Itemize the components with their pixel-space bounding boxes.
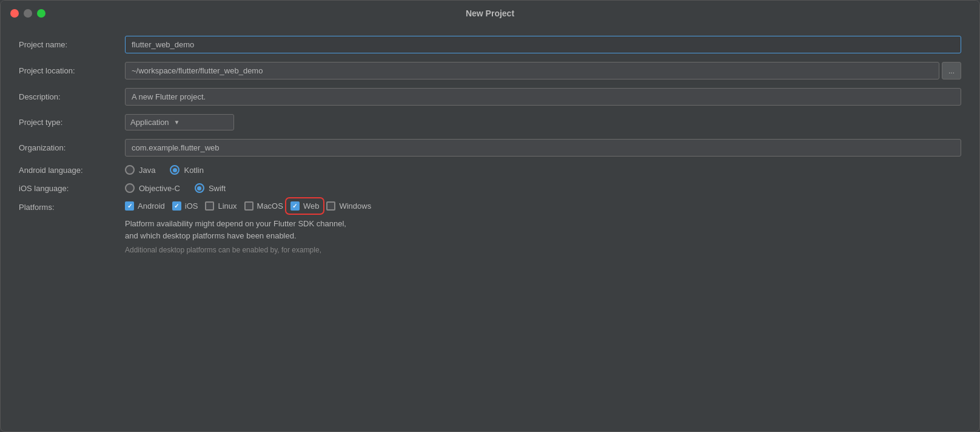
project-location-label: Project location: (19, 66, 125, 75)
android-kotlin-label: Kotlin (184, 166, 204, 175)
platforms-content: Android iOS Linux MacOS (125, 201, 961, 254)
ios-objc-radio[interactable] (125, 183, 135, 193)
description-row: Description: (19, 88, 961, 106)
platforms-label: Platforms: (19, 201, 125, 212)
organization-row: Organization: (19, 139, 961, 157)
platform-windows-label: Windows (339, 201, 371, 211)
project-name-row: Project name: (19, 36, 961, 53)
platform-android-checkbox[interactable] (125, 201, 134, 211)
platform-linux-checkbox[interactable] (205, 201, 214, 211)
platform-macos-checkbox[interactable] (244, 201, 253, 211)
organization-label: Organization: (19, 143, 125, 152)
platform-windows-checkbox[interactable] (326, 201, 335, 211)
ios-language-group: Objective-C Swift (125, 183, 226, 193)
project-name-label: Project name: (19, 40, 125, 49)
dialog-title: New Project (466, 8, 514, 18)
platform-ios-label: iOS (185, 201, 198, 211)
android-java-radio[interactable] (125, 165, 135, 175)
android-language-group: Java Kotlin (125, 165, 204, 175)
organization-input[interactable] (125, 139, 961, 157)
project-type-label: Project type: (19, 118, 125, 127)
maximize-button[interactable] (37, 9, 45, 18)
traffic-lights (10, 9, 45, 18)
platform-linux-option[interactable]: Linux (205, 201, 237, 211)
project-name-input[interactable] (125, 36, 961, 53)
android-language-row: Android language: Java Kotlin (19, 165, 961, 175)
chevron-down-icon: ▼ (174, 119, 180, 126)
platform-web-checkbox[interactable] (290, 201, 300, 211)
ios-swift-option[interactable]: Swift (195, 183, 226, 193)
platform-macos-option[interactable]: MacOS (244, 201, 283, 211)
platform-ios-option[interactable]: iOS (172, 201, 198, 211)
project-type-select[interactable]: Application ▼ (125, 114, 234, 130)
android-java-label: Java (139, 166, 155, 175)
ios-language-label: iOS language: (19, 184, 125, 193)
hint-additional: Additional desktop platforms can be enab… (125, 246, 961, 254)
platform-macos-label: MacOS (257, 201, 283, 211)
platform-web-label: Web (303, 201, 320, 211)
ios-swift-radio[interactable] (195, 183, 204, 193)
title-bar: New Project (1, 1, 979, 24)
hint-text: Platform availability might depend on yo… (125, 218, 961, 254)
ios-swift-label: Swift (209, 184, 226, 193)
platform-android-option[interactable]: Android (125, 201, 165, 211)
browse-button[interactable]: ... (942, 62, 961, 79)
project-type-row: Project type: Application ▼ (19, 114, 961, 130)
description-label: Description: (19, 92, 125, 101)
platforms-group: Android iOS Linux MacOS (125, 201, 961, 211)
ios-objc-label: Objective-C (139, 184, 180, 193)
ios-language-row: iOS language: Objective-C Swift (19, 183, 961, 193)
project-location-row: Project location: ... (19, 62, 961, 79)
platforms-row: Platforms: Android iOS (19, 201, 961, 254)
close-button[interactable] (10, 9, 19, 18)
project-type-value: Application (130, 118, 169, 127)
platform-linux-label: Linux (218, 201, 237, 211)
new-project-dialog: New Project Project name: Project locati… (0, 0, 980, 432)
description-input[interactable] (125, 88, 961, 106)
platform-android-label: Android (138, 201, 165, 211)
ios-objc-option[interactable]: Objective-C (125, 183, 180, 193)
minimize-button[interactable] (24, 9, 32, 18)
hint-main: Platform availability might depend on yo… (125, 218, 961, 242)
form-content: Project name: Project location: ... Desc… (1, 24, 979, 431)
android-kotlin-radio[interactable] (170, 165, 180, 175)
location-row: ... (125, 62, 961, 79)
android-language-label: Android language: (19, 166, 125, 175)
platform-windows-option[interactable]: Windows (326, 201, 371, 211)
project-location-input[interactable] (125, 62, 939, 79)
platform-web-option[interactable]: Web (288, 200, 322, 212)
android-kotlin-option[interactable]: Kotlin (170, 165, 204, 175)
platform-ios-checkbox[interactable] (172, 201, 181, 211)
android-java-option[interactable]: Java (125, 165, 155, 175)
